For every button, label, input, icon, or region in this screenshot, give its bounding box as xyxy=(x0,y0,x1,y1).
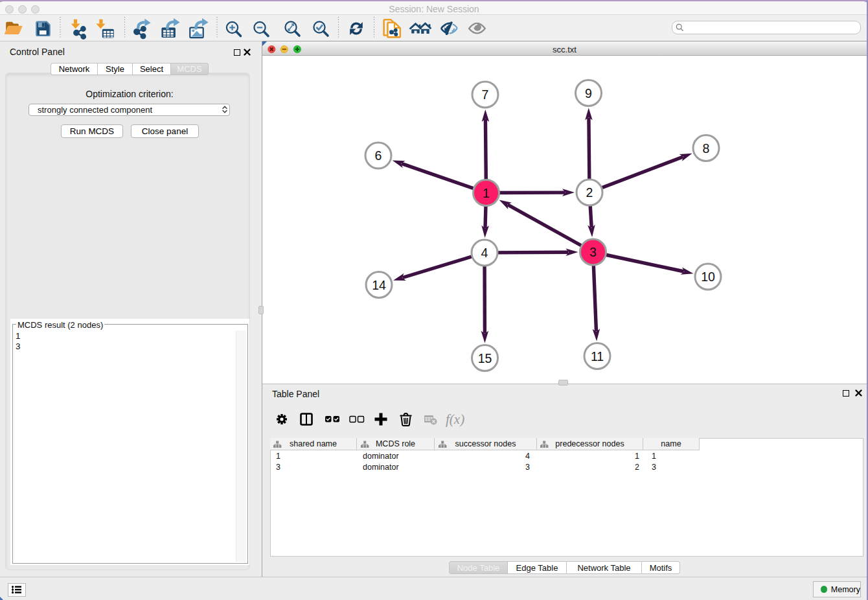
svg-text:2: 2 xyxy=(586,185,593,200)
svg-text:f(x): f(x) xyxy=(446,411,464,427)
svg-text:6: 6 xyxy=(375,148,382,163)
svg-text:11: 11 xyxy=(591,349,604,363)
svg-text:8: 8 xyxy=(703,141,710,156)
svg-text:3: 3 xyxy=(589,245,597,259)
svg-text:15: 15 xyxy=(478,351,492,365)
svg-text:10: 10 xyxy=(701,270,715,284)
svg-text:9: 9 xyxy=(585,86,592,100)
svg-text:14: 14 xyxy=(372,278,386,292)
svg-text:4: 4 xyxy=(481,246,488,260)
svg-text:1: 1 xyxy=(483,186,490,200)
svg-text:7: 7 xyxy=(482,87,489,102)
